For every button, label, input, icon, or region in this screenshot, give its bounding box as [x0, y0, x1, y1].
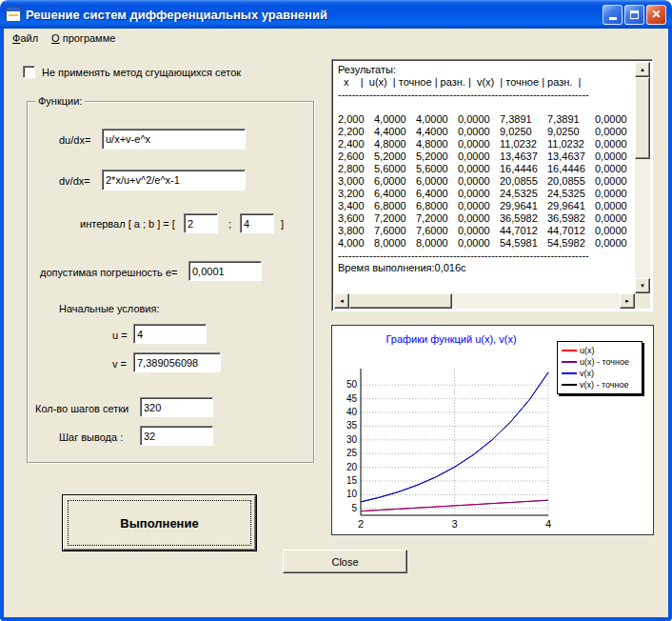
legend-line-icon	[562, 372, 577, 374]
interval-separator: ;	[228, 218, 231, 230]
results-cell: 0,0000	[595, 175, 633, 188]
results-cell: 0,0000	[595, 138, 633, 150]
results-cell: 16,4446	[547, 163, 595, 175]
results-cell: 0,0000	[458, 150, 500, 163]
results-cell: 4,8000	[374, 138, 416, 150]
horizontal-scrollbar[interactable]: ◄ ►	[334, 293, 635, 309]
results-cell: 7,6000	[416, 225, 458, 237]
dudx-label: du/dx=	[59, 134, 90, 146]
results-cell: 7,3891	[500, 113, 547, 126]
results-cell: 0,0000	[595, 200, 633, 212]
results-cell: 0,0000	[458, 200, 500, 212]
output-step-input[interactable]	[140, 426, 213, 446]
results-cell: 6,4000	[374, 188, 416, 200]
results-cell: 3,000	[338, 175, 374, 188]
results-cell: 29,9641	[547, 200, 595, 212]
menu-about[interactable]: О программе	[45, 30, 122, 46]
results-cell: 6,0000	[416, 175, 458, 188]
horizontal-scroll-thumb[interactable]	[349, 293, 452, 309]
scroll-left-button[interactable]: ◄	[334, 293, 349, 309]
results-header: x | u(x) | точное | разн. | v(x) | точно…	[338, 76, 635, 89]
results-cell: 2,200	[338, 126, 374, 138]
dense-grid-checkbox[interactable]	[23, 66, 35, 78]
results-divider-bottom: ----------------------------------------…	[338, 250, 635, 262]
dudx-input[interactable]	[102, 129, 246, 150]
window-title: Решение систем дифференциальных уравнени…	[26, 8, 603, 22]
results-cell: 0,0000	[595, 126, 633, 138]
app-icon[interactable]	[6, 7, 21, 22]
results-title: Результаты:	[338, 64, 635, 76]
results-cell: 4,000	[338, 237, 374, 250]
v-label: v =	[112, 358, 127, 370]
results-row: 2,0004,00004,00000,00007,38917,38910,000…	[338, 113, 635, 126]
results-cell: 5,6000	[416, 163, 458, 175]
results-cell: 3,200	[338, 188, 374, 200]
results-cell: 16,4446	[500, 163, 547, 175]
run-button[interactable]: Выполнение	[63, 495, 256, 551]
results-cell: 2,600	[338, 150, 374, 163]
results-cell: 0,0000	[458, 163, 500, 175]
dvdx-input[interactable]	[102, 170, 246, 190]
vertical-scrollbar[interactable]: ▲ ▼	[635, 62, 650, 293]
results-cell: 0,0000	[458, 188, 500, 200]
app-window: Решение систем дифференциальных уравнени…	[0, 0, 672, 621]
results-cell: 3,600	[338, 212, 374, 225]
output-step-label: Шаг вывода :	[59, 431, 123, 443]
scroll-down-button[interactable]: ▼	[635, 278, 650, 293]
scroll-up-button[interactable]: ▲	[635, 62, 650, 77]
results-cell: 0,0000	[595, 150, 633, 163]
legend-label: v(x)	[580, 369, 594, 378]
svg-text:15: 15	[346, 475, 358, 486]
results-text: Результаты: x | u(x) | точное | разн. | …	[334, 62, 635, 293]
results-divider-top: ----------------------------------------…	[338, 89, 635, 101]
legend-item: u(x)	[560, 345, 640, 356]
results-row: 2,8005,60005,60000,000016,444616,44460,0…	[338, 163, 635, 175]
interval-close-bracket: ]	[281, 218, 284, 230]
interval-b-input[interactable]	[240, 213, 274, 233]
svg-text:5: 5	[351, 503, 357, 513]
results-cell: 6,8000	[374, 200, 416, 212]
results-row: 3,6007,20007,20000,000036,598236,59820,0…	[338, 212, 635, 225]
scroll-right-button[interactable]: ►	[620, 293, 635, 309]
results-memo[interactable]: Результаты: x | u(x) | точное | разн. | …	[331, 59, 653, 311]
maximize-icon	[630, 10, 639, 19]
svg-text:4: 4	[545, 518, 551, 530]
results-cell: 54,5982	[547, 237, 595, 250]
vertical-scroll-thumb[interactable]	[635, 77, 650, 159]
epsilon-label: допустимая погрешность e=	[40, 267, 177, 278]
results-cell: 3,800	[338, 225, 374, 237]
epsilon-input[interactable]	[188, 261, 262, 281]
svg-text:3: 3	[451, 518, 457, 530]
results-cell: 54,5981	[500, 237, 547, 250]
arrow-left-icon: ◄	[339, 298, 345, 304]
close-window-button[interactable]: ✕	[646, 5, 666, 25]
svg-text:30: 30	[346, 434, 358, 445]
results-cell: 44,7012	[547, 225, 595, 237]
arrow-right-icon: ►	[624, 298, 630, 304]
results-cell: 7,3891	[547, 113, 595, 126]
maximize-button[interactable]	[624, 5, 644, 25]
dense-grid-checkbox-label[interactable]: Не применять метод сгущающихся сеток	[42, 67, 241, 78]
minimize-button[interactable]	[603, 5, 623, 25]
run-button-label: Выполнение	[120, 516, 198, 531]
results-cell: 4,4000	[374, 126, 416, 138]
interval-a-input[interactable]	[184, 213, 218, 233]
u-input[interactable]	[133, 324, 207, 344]
svg-text:25: 25	[346, 448, 358, 458]
results-row: 3,0006,00006,00000,000020,085520,08550,0…	[338, 175, 635, 188]
menu-file[interactable]: Файл	[6, 30, 45, 46]
svg-text:35: 35	[346, 420, 358, 431]
results-cell: 0,0000	[458, 126, 500, 138]
results-cell: 5,2000	[374, 150, 416, 163]
results-rows: 2,0004,00004,00000,00007,38917,38910,000…	[338, 113, 635, 250]
v-input[interactable]	[133, 352, 221, 372]
results-cell: 0,0000	[458, 113, 500, 126]
chart-title: Графики функций u(x), v(x)	[332, 333, 570, 345]
grid-steps-input[interactable]	[140, 397, 213, 417]
results-cell: 0,0000	[595, 212, 633, 225]
results-cell: 0,0000	[595, 113, 633, 126]
results-cell: 6,0000	[374, 175, 416, 188]
close-button[interactable]: Close	[283, 550, 407, 573]
results-cell: 11,0232	[547, 138, 595, 150]
interval-label: интервал [ a ; b ] = [	[80, 218, 175, 230]
